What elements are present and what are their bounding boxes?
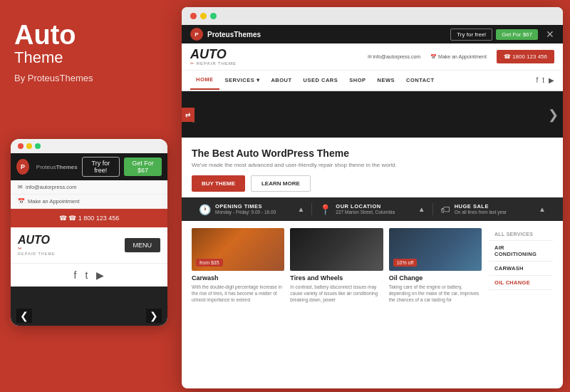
- header-email: ✉ info@autorpress.com: [368, 54, 421, 60]
- browser-dot-yellow: [200, 13, 207, 19]
- brand-bold: Themes: [234, 31, 261, 38]
- tires-text: In contrast, battery disconnect issues m…: [290, 284, 383, 303]
- main-buttons: BUY THEME LEARN MORE: [192, 175, 553, 192]
- browser-dot-red: [190, 13, 197, 19]
- browser-dot-green: [210, 13, 217, 19]
- carwash-title: Carwash: [192, 274, 284, 282]
- main-subtitle: We've made the most advanced and user-fr…: [192, 162, 553, 168]
- hero-share-icon[interactable]: ⇄: [182, 108, 195, 122]
- nav-item-usedcars[interactable]: USED CARS: [298, 71, 344, 89]
- youtube-icon[interactable]: ▶: [96, 269, 104, 281]
- tires-title: Tires and Wheels: [290, 274, 383, 282]
- info-opening-text: OPENING TIMES Monday - Friday: 9.00 - 16…: [215, 203, 276, 215]
- nav-item-services[interactable]: SERVICES ▾: [219, 71, 266, 89]
- learn-more-button[interactable]: LEARN MORE: [251, 175, 311, 192]
- nav-item-shop[interactable]: SHOP: [343, 71, 371, 89]
- mobile-get-button[interactable]: Get For $67: [124, 158, 162, 176]
- mobile-logo-section: AUTO ✂ REPAIR THEME MENU: [11, 227, 167, 264]
- nav-item-home[interactable]: HOME: [190, 71, 219, 90]
- nav-twitter-icon[interactable]: t: [542, 76, 544, 84]
- mobile-dot-red: [18, 143, 24, 149]
- site-logo-wrench: ✂ REPAIR THEME: [190, 61, 237, 66]
- sale-title: HUGE SALE: [455, 203, 507, 210]
- buy-theme-button[interactable]: BUY THEME: [192, 175, 245, 192]
- sidebar-all-services[interactable]: ALL SERVICES: [489, 228, 553, 241]
- services-section: from $35 Carwash With the double-digit p…: [182, 221, 563, 310]
- mobile-try-button[interactable]: Try for free!: [82, 157, 120, 177]
- browser-chrome: [182, 7, 563, 25]
- mobile-hero-overlay: ❮ ❯: [11, 306, 167, 326]
- site-topbar-btns: Try for free! Get For $67 ✕: [450, 29, 554, 41]
- mobile-phone: ☎ 1 800 123 456: [68, 215, 119, 222]
- mobile-email-row: ✉ info@autorpress.com: [11, 180, 167, 195]
- service-card-tires: Tires and Wheels In contrast, battery di…: [290, 228, 383, 303]
- site-main: The Best Auto WordPress Theme We've made…: [182, 138, 563, 197]
- oilchange-title: Oil Change: [389, 274, 482, 282]
- mobile-appointment: Make an Appointment: [28, 198, 80, 205]
- location-title: OUR LOCATION: [336, 203, 395, 210]
- info-sale: 🏷 HUGE SALE On all lines from last year …: [433, 203, 553, 215]
- left-title: Auto Theme By ProteusThemes: [14, 21, 164, 83]
- header-phone: ☎ 1800 123 456: [497, 50, 554, 63]
- site-topbar: P ProteusThemes Try for free! Get For $6…: [182, 25, 563, 43]
- email-icon: ✉: [18, 184, 23, 190]
- oilchange-badge: 10% off: [393, 259, 418, 267]
- site-try-button[interactable]: Try for free!: [450, 29, 492, 41]
- site-get-button[interactable]: Get For $67: [496, 29, 538, 40]
- twitter-icon[interactable]: t: [86, 269, 88, 281]
- mobile-menu-button[interactable]: MENU: [125, 238, 161, 252]
- browser-mockup: P ProteusThemes Try for free! Get For $6…: [182, 7, 563, 388]
- nav-facebook-icon[interactable]: f: [536, 76, 538, 84]
- sidebar-air-conditioning[interactable]: AIR CONDITIONING: [489, 241, 553, 262]
- site-header: AUTO ✂ REPAIR THEME ✉ info@autorpress.co…: [182, 43, 563, 71]
- nav-item-contact[interactable]: CONTACT: [400, 71, 440, 89]
- service-cards: from $35 Carwash With the double-digit p…: [192, 228, 482, 303]
- site-logo-auto: AUTO: [190, 48, 237, 61]
- info-opening-times: 🕐 OPENING TIMES Monday - Friday: 9.00 - …: [192, 203, 312, 215]
- sidebar-oil-change[interactable]: OIL CHANGE: [489, 276, 553, 290]
- mobile-hero: ❮ ❯: [11, 287, 167, 326]
- nav-item-news[interactable]: NEWS: [372, 71, 401, 89]
- header-appointment: 📅 Make an Appointment: [430, 54, 487, 60]
- sale-sub: On all lines from last year: [455, 210, 507, 215]
- close-icon[interactable]: ✕: [546, 29, 554, 40]
- oilchange-image: 10% off: [389, 228, 482, 271]
- opening-arrow: ▲: [297, 205, 304, 213]
- info-bar: 🕐 OPENING TIMES Monday - Friday: 9.00 - …: [182, 197, 563, 221]
- opening-title: OPENING TIMES: [215, 203, 276, 210]
- mobile-dot-yellow: [26, 143, 32, 149]
- clock-icon: 🕐: [199, 204, 211, 215]
- nav-youtube-icon[interactable]: ▶: [549, 76, 554, 84]
- facebook-icon[interactable]: f: [74, 269, 77, 281]
- mobile-brand: ProteusThemes: [36, 164, 78, 170]
- auto-logo-text: AUTO: [18, 234, 50, 246]
- info-sale-text: HUGE SALE On all lines from last year: [455, 203, 507, 215]
- hero-next-arrow[interactable]: ❯: [548, 107, 559, 123]
- info-location-text: OUR LOCATION 227 Marion Street, Columbia: [336, 203, 395, 215]
- sidebar-carwash[interactable]: CARWASH: [489, 262, 553, 276]
- site-nav-social: f t ▶: [536, 76, 554, 84]
- byline: By ProteusThemes: [14, 73, 164, 83]
- main-title: The Best Auto WordPress Theme: [192, 148, 553, 159]
- location-icon: 📍: [319, 204, 331, 215]
- site-hero: ❮ ⇄ ❯: [182, 91, 563, 138]
- mobile-topbar: P ProteusThemes Try for free! Get For $6…: [11, 153, 167, 180]
- site-contact-info: ✉ info@autorpress.com 📅 Make an Appointm…: [368, 50, 554, 63]
- tires-image: [290, 228, 383, 271]
- mobile-logo: P: [16, 159, 29, 175]
- site-nav: HOME SERVICES ▾ ABOUT USED CARS SHOP NEW…: [182, 71, 563, 91]
- location-arrow: ▲: [418, 205, 425, 213]
- mobile-next-arrow[interactable]: ❯: [146, 309, 162, 323]
- mobile-mockup: P ProteusThemes Try for free! Get For $6…: [11, 139, 167, 326]
- app-title: Auto: [14, 21, 164, 48]
- sale-arrow: ▲: [539, 205, 546, 213]
- mobile-appointment-row: 📅 Make an Appointment: [11, 195, 167, 209]
- auto-logo-small: AUTO ✂ REPAIR THEME: [18, 234, 56, 256]
- oilchange-text: Taking care of the engine or battery, de…: [389, 284, 482, 303]
- service-card-oilchange: 10% off Oil Change Taking care of the en…: [389, 228, 482, 303]
- calendar-icon: 📅: [18, 198, 25, 205]
- info-location: 📍 OUR LOCATION 227 Marion Street, Columb…: [312, 203, 432, 215]
- mobile-prev-arrow[interactable]: ❮: [16, 309, 32, 323]
- nav-item-about[interactable]: ABOUT: [265, 71, 297, 89]
- left-panel: Auto Theme By ProteusThemes P ProteusThe…: [0, 0, 178, 392]
